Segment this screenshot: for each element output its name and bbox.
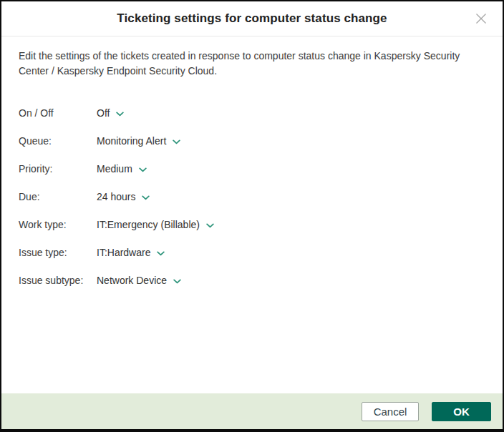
dialog-body: Edit the settings of the tickets created… [1, 36, 503, 393]
on-off-dropdown-value: Off [97, 107, 110, 119]
settings-form: On / Off Off Queue: Monitoring Alert Pri… [19, 105, 485, 288]
priority-dropdown-value: Medium [97, 163, 132, 175]
ok-button[interactable]: OK [432, 402, 491, 421]
field-label-issue-type: Issue type: [19, 247, 97, 258]
field-label-due: Due: [19, 191, 97, 202]
chevron-down-icon [173, 279, 181, 284]
work-type-dropdown[interactable]: IT:Emergency (Billable) [97, 219, 214, 230]
field-label-issue-subtype: Issue subtype: [19, 275, 97, 286]
issue-type-dropdown-value: IT:Hardware [97, 247, 150, 258]
due-dropdown[interactable]: 24 hours [97, 191, 150, 202]
dialog-description: Edit the settings of the tickets created… [19, 49, 485, 79]
field-row-work-type: Work type: IT:Emergency (Billable) [19, 217, 485, 232]
dialog-header: Ticketing settings for computer status c… [1, 1, 503, 36]
ticketing-settings-dialog: Ticketing settings for computer status c… [0, 0, 504, 432]
chevron-down-icon [142, 195, 150, 200]
on-off-dropdown[interactable]: Off [97, 107, 124, 119]
field-label-priority: Priority: [19, 163, 97, 175]
close-button[interactable] [471, 9, 491, 29]
priority-dropdown[interactable]: Medium [97, 163, 147, 175]
chevron-down-icon [157, 251, 165, 256]
field-row-queue: Queue: Monitoring Alert [19, 133, 485, 149]
chevron-down-icon [206, 223, 214, 228]
issue-type-dropdown[interactable]: IT:Hardware [97, 247, 165, 258]
field-row-issue-type: Issue type: IT:Hardware [19, 245, 485, 260]
description-line-1: Edit the settings of the tickets created… [19, 49, 485, 64]
field-label-on-off: On / Off [19, 107, 97, 119]
field-row-on-off: On / Off Off [19, 105, 485, 121]
chevron-down-icon [139, 167, 147, 172]
cancel-button[interactable]: Cancel [362, 402, 419, 421]
close-icon [475, 12, 488, 25]
description-line-2: Center / Kaspersky Endpoint Security Clo… [19, 64, 485, 79]
dialog-title: Ticketing settings for computer status c… [117, 11, 387, 26]
issue-subtype-dropdown-value: Network Device [97, 275, 167, 286]
field-row-issue-subtype: Issue subtype: Network Device [19, 273, 485, 288]
issue-subtype-dropdown[interactable]: Network Device [97, 275, 181, 286]
due-dropdown-value: 24 hours [97, 191, 135, 202]
queue-dropdown[interactable]: Monitoring Alert [97, 135, 180, 147]
queue-dropdown-value: Monitoring Alert [97, 135, 166, 147]
work-type-dropdown-value: IT:Emergency (Billable) [97, 219, 200, 230]
field-label-queue: Queue: [19, 135, 97, 147]
field-row-due: Due: 24 hours [19, 189, 485, 205]
field-row-priority: Priority: Medium [19, 161, 485, 177]
chevron-down-icon [173, 139, 180, 144]
dialog-footer: Cancel OK [1, 393, 503, 429]
field-label-work-type: Work type: [19, 219, 97, 230]
chevron-down-icon [116, 112, 124, 117]
